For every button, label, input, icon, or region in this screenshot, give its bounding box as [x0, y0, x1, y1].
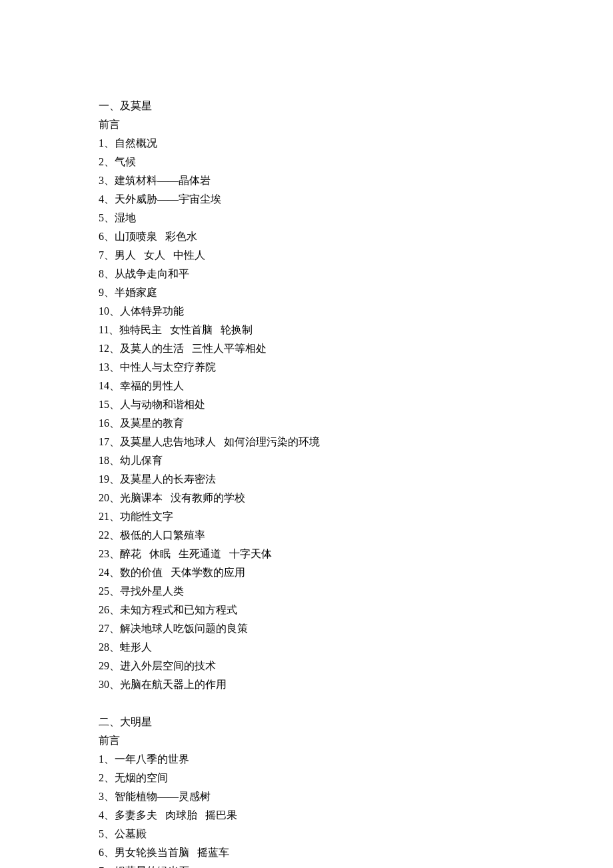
list-item: 19、及莫星人的长寿密法	[99, 470, 613, 489]
list-item: 12、及莫人的生活 三性人平等相处	[99, 339, 613, 358]
list-item: 16、及莫星的教育	[99, 414, 613, 433]
list-item: 1、自然概况	[99, 134, 613, 153]
list-item: 7、姆萨星的绿光石	[99, 862, 613, 868]
section-title: 二、大明星	[99, 713, 613, 731]
list-item: 3、建筑材料——晶体岩	[99, 171, 613, 190]
list-item: 5、公墓殿	[99, 825, 613, 843]
list-item: 18、幼儿保育	[99, 451, 613, 470]
section-gap	[99, 694, 613, 713]
list-item: 7、男人 女人 中性人	[99, 246, 613, 265]
list-item: 10、人体特异功能	[99, 302, 613, 321]
list-item: 2、无烟的空间	[99, 769, 613, 787]
list-item: 17、及莫星人忠告地球人 如何治理污染的环境	[99, 433, 613, 451]
list-item: 4、多妻多夫 肉球胎 摇巴果	[99, 806, 613, 825]
preface: 前言	[99, 731, 613, 750]
list-item: 30、光脑在航天器上的作用	[99, 675, 613, 694]
list-item: 11、独特民主 女性首脑 轮换制	[99, 321, 613, 339]
list-item: 6、山顶喷泉 彩色水	[99, 227, 613, 246]
list-item: 5、湿地	[99, 209, 613, 227]
list-item: 20、光脑课本 没有教师的学校	[99, 489, 613, 507]
list-item: 6、男女轮换当首脑 摇蓝车	[99, 843, 613, 862]
list-item: 13、中性人与太空疗养院	[99, 358, 613, 377]
list-item: 15、人与动物和谐相处	[99, 395, 613, 414]
preface: 前言	[99, 115, 613, 134]
list-item: 29、进入外层空间的技术	[99, 657, 613, 675]
list-item: 22、极低的人口繁殖率	[99, 526, 613, 545]
document-content: 一、及莫星前言1、自然概况2、气候3、建筑材料——晶体岩4、天外威胁——宇宙尘埃…	[99, 97, 613, 868]
list-item: 23、醉花 休眠 生死通道 十字天体	[99, 545, 613, 563]
list-item: 3、智能植物——灵感树	[99, 787, 613, 806]
list-item: 8、从战争走向和平	[99, 265, 613, 283]
list-item: 4、天外威胁——宇宙尘埃	[99, 190, 613, 209]
list-item: 14、幸福的男性人	[99, 377, 613, 395]
list-item: 28、蛙形人	[99, 638, 613, 657]
list-item: 2、气候	[99, 153, 613, 171]
list-item: 24、数的价值 天体学数的应用	[99, 563, 613, 582]
list-item: 9、半婚家庭	[99, 283, 613, 302]
list-item: 25、寻找外星人类	[99, 582, 613, 601]
list-item: 21、功能性文字	[99, 507, 613, 526]
list-item: 1、一年八季的世界	[99, 750, 613, 769]
list-item: 26、未知方程式和已知方程式	[99, 601, 613, 619]
list-item: 27、解决地球人吃饭问题的良策	[99, 619, 613, 638]
section-title: 一、及莫星	[99, 97, 613, 115]
